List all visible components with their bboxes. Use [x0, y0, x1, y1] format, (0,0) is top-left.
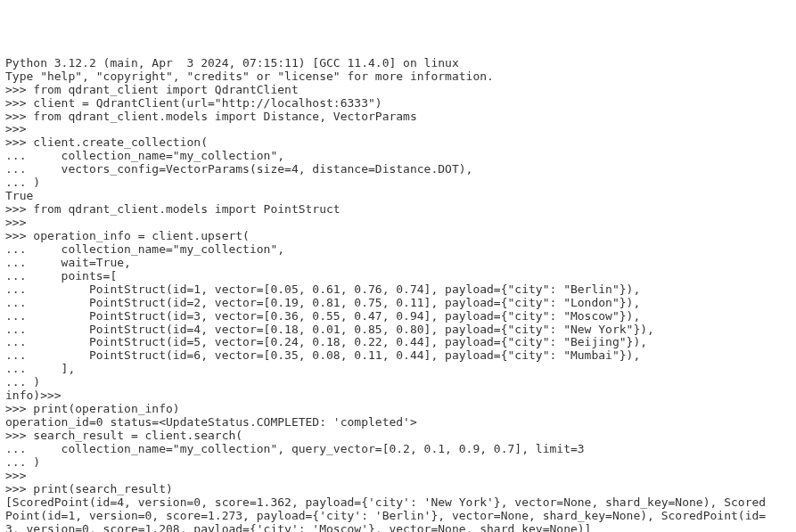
terminal-line: 3, version=0, score=1.208, payload={'cit…	[5, 523, 791, 532]
terminal-line: True	[5, 190, 791, 203]
terminal-line: info)>>>	[5, 389, 791, 403]
terminal-line: >>> print(operation_info)	[5, 403, 791, 416]
terminal-line: ... PointStruct(id=3, vector=[0.36, 0.55…	[5, 310, 791, 323]
terminal-line: >>> print(search_result)	[5, 483, 791, 496]
terminal-line: >>> search_result = client.search(	[5, 430, 791, 443]
terminal-line: operation_id=0 status=<UpdateStatus.COMP…	[5, 416, 791, 430]
terminal-line: >>> client.create_collection(	[5, 136, 791, 150]
terminal-line: ... points=[	[5, 270, 791, 283]
terminal-line: ... )	[5, 176, 791, 190]
terminal-line: Type "help", "copyright", "credits" or "…	[5, 70, 791, 84]
terminal-line: ... collection_name="my_collection",	[5, 243, 791, 257]
terminal-line: >>>	[5, 470, 791, 483]
terminal-line: ... PointStruct(id=2, vector=[0.19, 0.81…	[5, 297, 791, 310]
terminal-line: >>> from qdrant_client.models import Poi…	[5, 203, 791, 217]
terminal-line: ... )	[5, 456, 791, 470]
terminal-line: ... vectors_config=VectorParams(size=4, …	[5, 163, 791, 176]
terminal-line: >>> from qdrant_client import QdrantClie…	[5, 84, 791, 97]
terminal-line: ... PointStruct(id=4, vector=[0.18, 0.01…	[5, 323, 791, 337]
terminal-line: ... collection_name="my_collection", que…	[5, 443, 791, 456]
terminal-line: >>> from qdrant_client.models import Dis…	[5, 110, 791, 124]
terminal-line: Point(id=1, version=0, score=1.273, payl…	[5, 510, 791, 523]
terminal-line: Python 3.12.2 (main, Apr 3 2024, 07:15:1…	[5, 57, 791, 70]
terminal-output[interactable]: Python 3.12.2 (main, Apr 3 2024, 07:15:1…	[5, 57, 791, 532]
terminal-line: >>> operation_info = client.upsert(	[5, 230, 791, 243]
terminal-line: [ScoredPoint(id=4, version=0, score=1.36…	[5, 496, 791, 510]
terminal-line: >>>	[5, 217, 791, 230]
terminal-line: >>> client = QdrantClient(url="http://lo…	[5, 97, 791, 110]
terminal-line: ... collection_name="my_collection",	[5, 150, 791, 163]
terminal-line: >>>	[5, 123, 791, 136]
terminal-line: ... PointStruct(id=6, vector=[0.35, 0.08…	[5, 349, 791, 363]
terminal-line: ... ],	[5, 363, 791, 376]
terminal-line: ... wait=True,	[5, 257, 791, 270]
terminal-line: ... PointStruct(id=1, vector=[0.05, 0.61…	[5, 283, 791, 297]
terminal-line: ... )	[5, 376, 791, 389]
terminal-line: ... PointStruct(id=5, vector=[0.24, 0.18…	[5, 336, 791, 349]
